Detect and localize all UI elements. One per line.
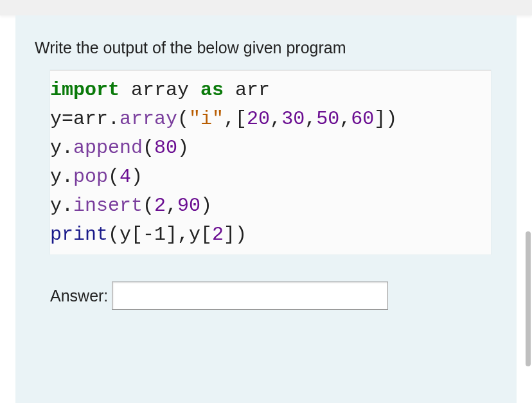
paren-close: ) bbox=[177, 137, 189, 159]
code-text: ,[ bbox=[224, 108, 247, 130]
question-prompt: Write the output of the below given prog… bbox=[35, 39, 497, 57]
code-line-6: print(y[-1],y[2]) bbox=[50, 220, 486, 249]
number-literal: 30 bbox=[281, 108, 305, 130]
answer-input[interactable] bbox=[112, 282, 388, 310]
code-text: y. bbox=[50, 195, 73, 217]
code-line-5: y.insert(2,90) bbox=[50, 192, 486, 220]
keyword-import: import bbox=[50, 79, 120, 101]
top-shadow bbox=[0, 0, 532, 15]
code-line-4: y.pop(4) bbox=[50, 163, 486, 192]
paren-close: ) bbox=[131, 166, 143, 188]
code-line-3: y.append(80) bbox=[50, 134, 486, 163]
number-literal: 4 bbox=[120, 166, 131, 188]
number-literal: -1 bbox=[143, 224, 166, 246]
method-pop: pop bbox=[73, 166, 108, 188]
number-literal: 2 bbox=[154, 195, 166, 217]
number-literal: 2 bbox=[212, 224, 224, 246]
paren-close: ) bbox=[200, 195, 212, 217]
paren-open: ( bbox=[108, 166, 120, 188]
string-literal: "i" bbox=[189, 108, 224, 130]
method-append: append bbox=[73, 137, 143, 159]
comma: , bbox=[339, 108, 351, 130]
paren-close: ]) bbox=[374, 108, 397, 130]
number-literal: 20 bbox=[247, 108, 270, 130]
code-text: y. bbox=[50, 137, 73, 159]
comma: , bbox=[305, 108, 316, 130]
keyword-as: as bbox=[200, 79, 224, 101]
method-array: array bbox=[120, 108, 177, 130]
comma: , bbox=[270, 108, 281, 130]
answer-row: Answer: bbox=[50, 282, 497, 310]
code-line-2: y=arr.array("i",[20,30,50,60]) bbox=[50, 105, 486, 134]
comma: , bbox=[166, 195, 177, 217]
number-literal: 60 bbox=[351, 108, 374, 130]
builtin-print: print bbox=[50, 224, 108, 246]
number-literal: 50 bbox=[316, 108, 339, 130]
scrollbar-track[interactable] bbox=[524, 0, 532, 403]
number-literal: 80 bbox=[154, 137, 177, 159]
answer-label: Answer: bbox=[50, 287, 108, 305]
paren-open: ( bbox=[143, 195, 154, 217]
code-text: ]) bbox=[224, 224, 247, 246]
code-text: (y[ bbox=[108, 224, 143, 246]
scrollbar-thumb[interactable] bbox=[526, 231, 531, 366]
code-text: ],y[ bbox=[166, 224, 212, 246]
paren-open: ( bbox=[177, 108, 189, 130]
code-line-1: import array as arr bbox=[50, 76, 486, 105]
question-card: Write the output of the below given prog… bbox=[15, 15, 517, 403]
code-block: import array as arr y=arr.array("i",[20,… bbox=[50, 70, 491, 255]
code-text: y. bbox=[50, 166, 73, 188]
number-literal: 90 bbox=[177, 195, 200, 217]
method-insert: insert bbox=[73, 195, 143, 217]
code-text: y=arr. bbox=[50, 108, 120, 130]
module-array: array bbox=[120, 79, 200, 101]
paren-open: ( bbox=[143, 137, 154, 159]
alias-arr: arr bbox=[224, 79, 270, 101]
